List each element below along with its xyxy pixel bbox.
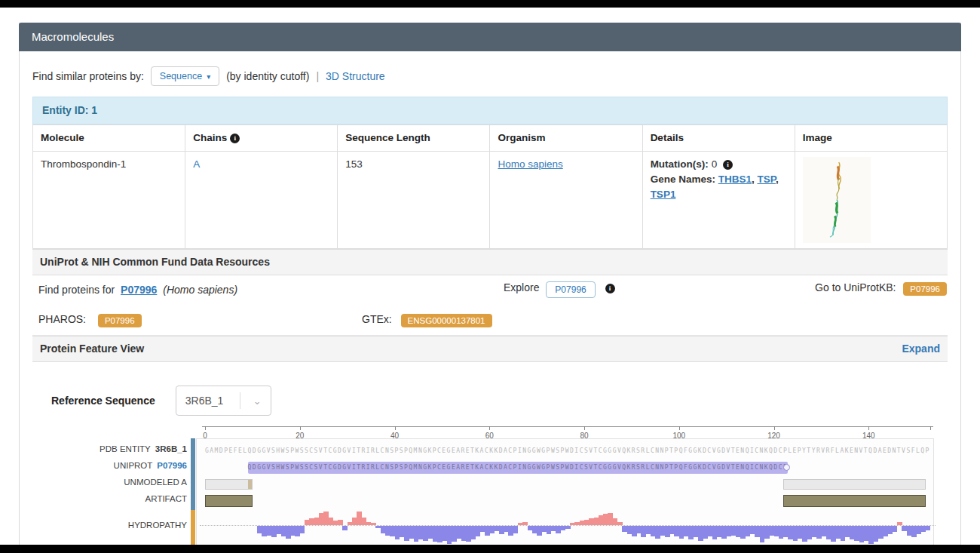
hydropathy-positive-bar (371, 523, 376, 525)
ruler-tick-label: 0 (194, 432, 216, 440)
track-label-uniprot: UNIPROT P07996 (32, 461, 187, 470)
find-proteins-row: Find proteins for P07996 (Homo sapiens) … (32, 275, 948, 307)
uniprot-accession-link[interactable]: P07996 (121, 284, 157, 296)
ruler-tick-label: 80 (573, 432, 596, 440)
chevron-down-icon: ▾ (207, 72, 210, 81)
find-similar-label: Find similar proteins by: (32, 70, 144, 82)
gene-link-thbs1[interactable]: THBS1 (718, 174, 752, 185)
column-details-label: Details (651, 132, 684, 143)
column-chains-label: Chains (193, 132, 227, 143)
ruler-tick (774, 426, 775, 430)
uniprot-section-header: UniProt & NIH Common Fund Data Resources (32, 249, 948, 275)
unmodeled-edge-cap (248, 480, 252, 489)
column-image: Image (795, 125, 947, 152)
3d-structure-link[interactable]: 3D Structure (326, 70, 385, 82)
hydropathy-negative-bar (342, 526, 348, 530)
unmodeled-region-block (205, 479, 253, 490)
dropdown-divider (240, 392, 240, 409)
image-cell (795, 152, 947, 249)
organism-link[interactable]: Homo sapiens (498, 158, 562, 170)
ruler-tick (205, 426, 206, 430)
gene-separator: , (776, 174, 779, 185)
hydropathy-negative-bar (300, 526, 305, 533)
protein-feature-view-title: Protein Feature View (40, 343, 144, 355)
find-similar-toolbar: Find similar proteins by: Sequence ▾ (by… (32, 65, 948, 88)
ruler-tick (489, 426, 490, 430)
track-label-hydropathy: HYDROPATHY (32, 521, 187, 530)
gtex-label: GTEx: (362, 313, 392, 325)
hydropathy-positive-bar (617, 522, 623, 526)
expand-link[interactable]: Expand (902, 343, 940, 355)
unmodeled-region-block (783, 479, 926, 490)
ruler-tick-label: 120 (763, 432, 786, 440)
chains-info-icon[interactable]: i (230, 134, 240, 143)
ruler-tick-label: 140 (857, 432, 880, 440)
artifact-region-block (783, 495, 926, 507)
panel-body: Find similar proteins by: Sequence ▾ (by… (20, 51, 960, 553)
hydropathy-negative-bar (565, 526, 571, 529)
screen-top-bar (0, 0, 980, 8)
uniprotkb-button[interactable]: P07996 (903, 282, 947, 296)
goto-uniprotkb-label: Go to UniProtKB: (815, 281, 896, 293)
pharos-gtex-row: PHAROS: P07996 GTEx: ENSG00000137801 (32, 307, 948, 336)
uniprot-sequence: QDGGVSHWSPWSSCSVTCGDGVITRIRLCNSPSPQMNGKP… (248, 463, 789, 472)
chevron-down-icon: ⌄ (253, 395, 262, 407)
entity-table-header-row: Molecule Chainsi Sequence Length Organis… (33, 125, 948, 152)
ruler-tick-label: 100 (668, 432, 691, 440)
sequence-length-cell: 153 (338, 152, 490, 249)
column-organism-label: Organism (498, 132, 545, 143)
hydropathy-negative-bar (926, 526, 931, 530)
hydropathy-positive-bar (897, 522, 902, 526)
ruler-tick (300, 426, 301, 430)
similarity-method-value: Sequence (160, 71, 202, 81)
explore-info-icon[interactable]: i (605, 284, 615, 293)
similarity-method-dropdown[interactable]: Sequence ▾ (151, 66, 219, 86)
mutations-value: 0 (712, 158, 718, 170)
pharos-button[interactable]: P07996 (98, 314, 142, 327)
gene-link-tsp1[interactable]: TSP1 (651, 189, 676, 200)
protein-structure-thumbnail[interactable] (803, 157, 871, 243)
hydropathy-negative-bar (893, 526, 898, 532)
entity-table: Molecule Chainsi Sequence Length Organis… (32, 124, 948, 249)
gtex-button[interactable]: ENSG00000137801 (401, 314, 492, 327)
organism-cell: Homo sapiens (490, 152, 642, 249)
ruler-tick-label: 60 (478, 432, 501, 440)
hydropathy-positive-bar (522, 522, 528, 526)
explore-group: Explore P07996 i (504, 281, 615, 298)
gene-link-tsp[interactable]: TSP (757, 174, 776, 185)
column-sequence-length-label: Sequence Length (345, 132, 430, 143)
gene-names-label: Gene Names: (651, 174, 715, 185)
pdb-entity-prefix: PDB ENTITY (100, 444, 151, 453)
sequence-ruler (202, 426, 933, 427)
hydropathy-positive-bar (338, 520, 343, 526)
explore-accession-button[interactable]: P07996 (546, 281, 595, 298)
pharos-label: PHAROS: (38, 313, 86, 325)
column-details: Details (642, 125, 795, 152)
uniprot-track-link[interactable]: P07996 (157, 461, 187, 470)
chain-link[interactable]: A (193, 158, 200, 170)
column-image-label: Image (803, 132, 832, 143)
mutations-label: Mutation(s): (651, 158, 709, 170)
ruler-tick-label: 40 (384, 432, 406, 440)
ruler-end-tick (930, 426, 931, 430)
organism-paren: (Homo sapiens) (163, 284, 237, 296)
ruler-tick (584, 426, 585, 430)
protein-feature-view-header: Protein Feature View Expand (32, 336, 948, 362)
chains-cell: A (185, 152, 338, 249)
track-label-artifact: ARTIFACT (32, 494, 187, 503)
reference-sequence-dropdown[interactable]: 3R6B_1 ⌄ (176, 386, 271, 416)
protein-ribbon-graphic (803, 157, 871, 238)
gene-names-line: Gene Names: THBS1, TSP, TSP1 (651, 172, 787, 202)
column-organism: Organism (490, 125, 642, 152)
panel-title: Macromolecules (19, 23, 961, 51)
screen-bottom-bar (0, 545, 980, 553)
track-label-unmodeled: UNMODELED A (32, 478, 187, 487)
column-molecule: Molecule (33, 125, 185, 152)
reference-sequence-row: Reference Sequence 3R6B_1 ⌄ (51, 386, 948, 416)
details-cell: Mutation(s): 0 i Gene Names: THBS1, TSP,… (642, 152, 795, 249)
column-chains: Chainsi (185, 125, 338, 152)
uniprot-prefix: UNIPROT (114, 461, 153, 470)
gtex-group: GTEx: ENSG00000137801 (362, 313, 492, 327)
mutations-info-icon[interactable]: i (723, 160, 733, 170)
track-label-pdb-entity: PDB ENTITY 3R6B_1 (32, 444, 187, 453)
